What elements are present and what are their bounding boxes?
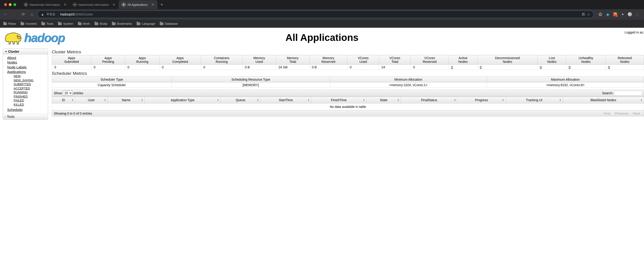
new-tab-button[interactable]: + [158, 2, 166, 7]
table-cell: 0 [477, 65, 538, 70]
sidebar-tools-header[interactable]: ▸ Tools [3, 114, 48, 119]
folder-icon [94, 22, 98, 25]
table-cell: <memory:1024, vCores:1> [330, 82, 487, 88]
folder-icon [58, 22, 62, 25]
browser-tab[interactable]: Namenode information✕ [21, 0, 70, 9]
node-count-link[interactable]: 0 [480, 65, 482, 69]
node-count-link[interactable]: 0 [540, 65, 542, 69]
window-controls [1, 1, 20, 8]
star-icon[interactable]: ☆ [587, 12, 590, 16]
sortable-header[interactable]: StartTime▲▼ [260, 97, 311, 103]
sortable-header[interactable]: User▲▼ [75, 97, 108, 103]
sidebar-app-state-link[interactable]: ACCEPTED [14, 86, 48, 91]
table-cell: 0 [348, 65, 379, 70]
bookmark-item[interactable]: Language [136, 22, 155, 25]
forward-button[interactable]: → [11, 11, 18, 17]
pager-prev[interactable]: Previous [613, 111, 630, 116]
tab-title: Namenode information [30, 3, 60, 6]
bookmark-item[interactable]: System [58, 22, 73, 25]
node-count-link[interactable]: 0 [569, 65, 570, 69]
sidebar-link-applications[interactable]: Applications [7, 69, 48, 74]
sidebar-app-state-link[interactable]: KILLED [14, 103, 48, 107]
search-input[interactable] [614, 91, 642, 95]
node-count-link[interactable]: 3 [451, 65, 453, 69]
folder-icon [20, 22, 24, 25]
sortable-header[interactable]: Progress▲▼ [458, 97, 506, 103]
globe-icon [122, 3, 126, 6]
bookmark-item[interactable]: Vcontrol [20, 22, 37, 25]
sidebar-link-node-labels[interactable]: Node Labels [7, 65, 48, 69]
table-cell: 0 [566, 65, 606, 70]
bookmark-item[interactable]: Relax [3, 22, 16, 25]
tab-close-button[interactable]: ✕ [152, 3, 154, 6]
table-header: Scheduling Resource Type [172, 77, 330, 82]
window-minimize-button[interactable] [9, 3, 12, 6]
sortable-header[interactable]: Tracking UI▲▼ [506, 97, 563, 103]
sortable-header[interactable]: FinalStatus▲▼ [401, 97, 458, 103]
sortable-header[interactable]: FinishTime▲▼ [311, 97, 366, 103]
reload-button[interactable]: ⟳ [20, 11, 26, 17]
folder-icon [136, 22, 140, 25]
sort-icon: ▲▼ [363, 99, 365, 102]
gem-icon[interactable]: ◆ [606, 12, 610, 16]
sidebar-link-about[interactable]: About [7, 55, 48, 60]
sidebar-app-state-link[interactable]: RUNNING [14, 90, 48, 94]
scheduler-metrics-title: Scheduler Metrics [52, 71, 644, 76]
table-cell: Capacity Scheduler [52, 82, 172, 88]
sidebar-app-state-link[interactable]: FINISHED [14, 94, 48, 99]
back-button[interactable]: ← [2, 11, 9, 17]
page-size-select[interactable]: 20 [63, 91, 72, 96]
table-cell: 0 [538, 65, 566, 70]
search-control: Search: [602, 91, 642, 95]
browser-tab[interactable]: All Applications✕ [118, 0, 157, 9]
home-button[interactable]: ⌂ [29, 11, 35, 17]
no-data-cell: No data available in table [52, 103, 644, 110]
sidebar-cluster-header[interactable]: ▼ Cluster [3, 49, 48, 54]
sortable-header[interactable]: Blacklisted Nodes▲▼ [563, 97, 644, 103]
sidebar-app-state-link[interactable]: FAILED [14, 98, 48, 103]
sort-icon: ▲▼ [559, 99, 561, 102]
table-header: AppsSubmitted [52, 55, 91, 65]
power-icon[interactable]: ⏻ [598, 12, 602, 16]
sortable-header[interactable]: State▲▼ [366, 97, 401, 103]
table-cell: 0 [411, 65, 449, 70]
browser-tab[interactable]: Namenode information✕ [70, 0, 119, 9]
sortable-header[interactable]: Queue▲▼ [220, 97, 260, 103]
bookmark-item[interactable]: Study [94, 22, 107, 25]
tab-close-button[interactable]: ✕ [112, 3, 115, 6]
pager-next[interactable]: Next [631, 111, 642, 116]
table-header: ActiveNodes [449, 55, 478, 65]
tab-close-button[interactable]: ✕ [64, 3, 66, 6]
sidebar-app-state-link[interactable]: NEW [14, 74, 48, 78]
window-maximize-button[interactable] [14, 3, 16, 6]
table-header: MemoryTotal [276, 55, 310, 65]
bookmark-item[interactable]: Bookmarks [112, 22, 132, 25]
table-header: VCoresUsed [348, 55, 379, 65]
table-cell: 0 B [242, 65, 276, 70]
menu-icon[interactable]: ⋮ [635, 12, 640, 16]
sortable-header[interactable]: ID▲▼ [52, 97, 75, 103]
sortable-header[interactable]: Application Type▲▼ [145, 97, 220, 103]
sidebar-app-state-link[interactable]: SUBMITTED [14, 82, 48, 86]
extension-icon[interactable]: ! [613, 12, 617, 16]
bookmark-item[interactable]: Database [160, 22, 178, 25]
table-cell: 0 [606, 65, 644, 70]
bookmark-label: Relax [8, 22, 16, 25]
profile-avatar[interactable] [628, 12, 632, 16]
translate-icon[interactable]: 🈂 [582, 12, 585, 16]
bookmark-item[interactable]: Work [78, 22, 90, 25]
sidebar-link-nodes[interactable]: Nodes [7, 60, 48, 65]
puzzle-icon[interactable]: ✦ [620, 12, 624, 16]
table-cell: <memory:8192, vCores:8> [487, 82, 644, 88]
table-header: ContainersRunning [201, 55, 242, 65]
bookmark-item[interactable]: Tools [42, 22, 54, 25]
sortable-header[interactable]: Name▲▼ [108, 97, 145, 103]
node-count-link[interactable]: 0 [608, 65, 610, 69]
window-close-button[interactable] [4, 3, 7, 6]
sidebar-app-state-link[interactable]: NEW_SAVING [14, 78, 48, 82]
table-cell: 0 B [310, 65, 348, 70]
pager-first[interactable]: First [602, 111, 612, 116]
bookmark-label: Vcontrol [26, 22, 37, 25]
address-bar[interactable]: ▲ 不安全 hadoop03:8088/cluster 🈂 ☆ [38, 11, 594, 18]
sidebar-link-scheduler[interactable]: Scheduler [7, 107, 48, 112]
